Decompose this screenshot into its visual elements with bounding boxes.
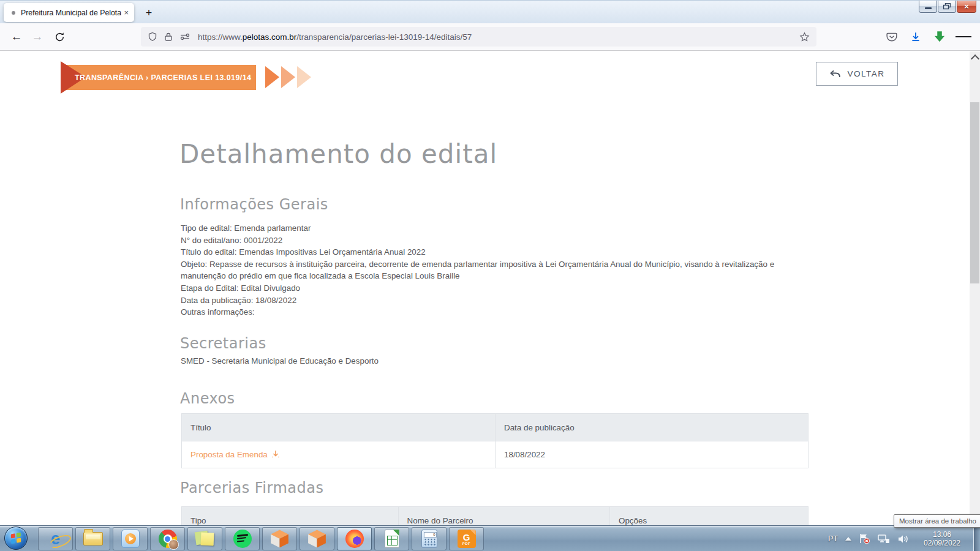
language-indicator[interactable]: PT [828, 534, 838, 543]
chrome-icon [159, 530, 177, 548]
clock-date: 02/09/2022 [916, 539, 968, 547]
secretaria-value: SMED - Secretaria Municipal de Educação … [181, 356, 379, 365]
restore-button[interactable] [938, 1, 956, 13]
anexo-link-label: Proposta da Emenda [190, 450, 268, 459]
voltar-button[interactable]: VOLTAR [816, 62, 898, 86]
anexo-cell-titulo: Proposta da Emenda [182, 441, 495, 468]
chevron-right-icon [281, 66, 295, 88]
scrollbar-thumb[interactable] [970, 102, 979, 283]
taskbar-item-firefox-active[interactable] [337, 527, 372, 550]
browser-navbar: ← → https://www.pelotas.com.br/transpare… [0, 23, 980, 51]
extension-green-arrow-icon[interactable] [932, 29, 948, 45]
show-desktop-button[interactable] [973, 526, 980, 551]
taskbar-item-spotify[interactable] [225, 527, 260, 550]
downloads-icon[interactable] [908, 29, 924, 45]
page-content: TRANSPARÊNCIA › PARCERIAS LEI 13.019/14 … [0, 51, 980, 525]
section-heading-informacoes: Informações Gerais [180, 196, 328, 213]
browser-tab[interactable]: Prefeitura Municipal de Pelotas × [4, 3, 134, 22]
permissions-icon[interactable] [179, 32, 190, 42]
info-line: Tipo de edital: Emenda parlamentar [181, 222, 803, 234]
voltar-label: VOLTAR [847, 69, 884, 78]
tab-favicon-icon [12, 11, 15, 15]
taskbar-item-libreoffice-calc[interactable] [374, 527, 409, 550]
anexos-table: Título Data de publicação Proposta da Em… [181, 413, 809, 468]
volume-icon[interactable] [897, 534, 909, 544]
chrome-profile-avatar [168, 539, 179, 550]
sticky-notes-icon [195, 530, 215, 548]
scroll-up-icon[interactable] [971, 54, 979, 63]
clock-time: 13:06 [916, 530, 968, 539]
url-prefix: https://www. [198, 32, 243, 42]
minimize-icon [925, 7, 932, 9]
calculator-icon: 0 [421, 530, 437, 548]
taskbar-item-foxit-pdf[interactable]: GPDF [449, 527, 484, 550]
chevron-right-icon [297, 66, 311, 88]
back-button[interactable]: ← [6, 23, 27, 50]
internet-explorer-icon: e [51, 531, 60, 547]
info-line: Objeto: Repasse de recursos à instituiçã… [181, 258, 803, 282]
taskbar-item-sticky-notes[interactable] [187, 527, 222, 550]
tab-title: Prefeitura Municipal de Pelotas [21, 9, 121, 17]
network-icon[interactable] [878, 534, 890, 544]
minimize-button[interactable] [919, 1, 937, 13]
forward-button: → [27, 23, 48, 50]
col-header-data-publicacao: Data de publicação [495, 414, 808, 441]
action-center-flag-icon[interactable] [859, 533, 870, 544]
section-heading-parcerias: Parcerias Firmadas [180, 479, 323, 497]
url-path: /transparencia/parcerias-lei-13019-14/ed… [296, 32, 472, 42]
info-line: Data da publicação: 18/08/2022 [181, 294, 803, 307]
reload-button[interactable] [49, 23, 70, 50]
taskbar-item-calculator[interactable]: 0 [412, 527, 447, 550]
url-domain: pelotas.com.br [243, 32, 297, 42]
taskbar: e 0 GPDF [0, 525, 980, 551]
reload-icon [55, 32, 65, 42]
anexo-download-link[interactable]: Proposta da Emenda [190, 450, 280, 459]
info-line: Etapa do Edital: Edital Divulgado [181, 282, 803, 294]
info-line: N° do edital/ano: 0001/2022 [181, 234, 803, 247]
folder-icon [83, 532, 103, 545]
restore-icon [943, 3, 951, 10]
media-player-icon [121, 530, 140, 548]
toolbar-right-icons [884, 23, 971, 50]
url-text[interactable]: https://www.pelotas.com.br/transparencia… [198, 32, 794, 42]
chevron-right-icon [265, 66, 279, 88]
breadcrumb-banner: TRANSPARÊNCIA › PARCERIAS LEI 13.019/14 [62, 65, 256, 90]
show-hidden-icons[interactable] [845, 537, 851, 541]
info-lines: Tipo de edital: Emenda parlamentar N° do… [181, 222, 803, 318]
new-tab-button[interactable]: + [141, 5, 157, 21]
orange-cube-icon [271, 530, 289, 548]
download-arrow-icon [271, 450, 280, 459]
bookmark-star-icon[interactable] [799, 32, 810, 42]
back-arrow-icon [829, 70, 841, 78]
taskbar-item-media-player[interactable] [113, 527, 148, 550]
start-button[interactable] [4, 527, 28, 550]
col-header-titulo: Título [182, 414, 495, 441]
show-desktop-tooltip: Mostrar área de trabalho [894, 514, 980, 528]
section-heading-secretarias: Secretarias [180, 335, 266, 352]
pocket-icon[interactable] [884, 29, 900, 45]
system-tray: PT [828, 526, 968, 551]
browser-titlebar: Prefeitura Municipal de Pelotas × + × [0, 0, 980, 23]
screen: Prefeitura Municipal de Pelotas × + × ← … [0, 0, 980, 551]
info-line: Título do edital: Emendas Impositivas Le… [181, 246, 803, 258]
taskbar-item-internet-explorer[interactable]: e [38, 527, 73, 550]
section-heading-anexos: Anexos [180, 390, 235, 407]
taskbar-clock[interactable]: 13:06 02/09/2022 [916, 530, 968, 547]
page-scrollbar[interactable] [970, 51, 980, 525]
taskbar-item-cube-app-1[interactable] [262, 527, 297, 550]
taskbar-item-windows-explorer[interactable] [75, 527, 110, 550]
close-button[interactable]: × [957, 1, 976, 13]
firefox-icon [345, 530, 364, 548]
tab-close-icon[interactable]: × [124, 8, 129, 17]
page-title: Detalhamento do edital [179, 139, 497, 169]
taskbar-item-cube-app-2[interactable] [300, 527, 334, 550]
anexos-table-header: Título Data de publicação [182, 414, 808, 441]
url-bar[interactable]: https://www.pelotas.com.br/transparencia… [141, 27, 816, 47]
breadcrumb: TRANSPARÊNCIA › PARCERIAS LEI 13.019/14 [75, 73, 251, 82]
menu-hamburger-icon[interactable] [956, 29, 971, 45]
taskbar-item-chrome[interactable] [150, 527, 185, 550]
info-line: Outras informações: [181, 306, 803, 318]
window-controls: × [918, 1, 976, 13]
lock-icon[interactable] [164, 32, 173, 42]
shield-icon[interactable] [148, 32, 157, 42]
